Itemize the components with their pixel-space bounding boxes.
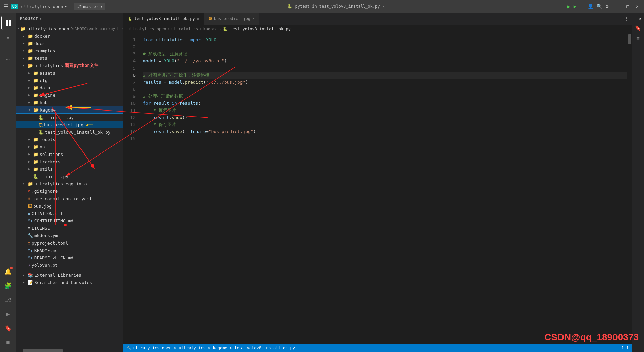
- minimize-button[interactable]: —: [615, 3, 622, 10]
- code-line-4: model = YOLO("../../yolov8n.pt"): [143, 57, 627, 64]
- tree-item-data[interactable]: ▶ 📁 data: [16, 84, 123, 91]
- tree-item-readme-zh[interactable]: ▶ M↓ README.zh-CN.md: [16, 254, 123, 261]
- code-line-1: from ultralytics import YOLO: [143, 36, 627, 43]
- tab-test-yolov8[interactable]: 🐍 test_yolov8_install_ok.py ✕: [123, 13, 204, 25]
- tab-img-icon: 🖼: [209, 17, 212, 20]
- hamburger-icon[interactable]: ☰: [3, 3, 8, 10]
- tree-container[interactable]: ▾ 📁 ultralytics-open D:\MOMO\workspace\p…: [16, 25, 123, 349]
- tree-item-hub[interactable]: ▶ 📁 hub: [16, 99, 123, 106]
- svg-rect-2: [6, 23, 8, 26]
- dropdown-arrow-icon: ▾: [64, 4, 67, 9]
- breadcrumb-ultralytics[interactable]: ultralytics: [171, 27, 198, 31]
- tree-item-docker[interactable]: ▶ 📁 docker: [16, 32, 123, 40]
- tree-item-trackers[interactable]: ▶ 📁 trackers: [16, 158, 123, 165]
- code-line-6: # 对图片进行推理操作，注意路径: [143, 72, 627, 79]
- structure-icon[interactable]: ≡: [1, 335, 15, 349]
- breadcrumb-root[interactable]: ultralytics-open: [127, 27, 166, 31]
- status-line-col[interactable]: 1:1: [621, 346, 629, 350]
- editor-area: 123456789101112131415 from ultralytics i…: [123, 33, 632, 344]
- breadcrumb-file[interactable]: 🐍 test_yolov8_install_ok.py: [223, 27, 291, 31]
- right-bookmark-icon[interactable]: 🔖: [633, 23, 643, 32]
- code-line-2: [143, 43, 627, 50]
- more-actions-icon[interactable]: ⋮: [580, 4, 584, 9]
- tab-bus-label: bus_predict.jpg: [214, 16, 250, 21]
- tree-item-ultralytics[interactable]: ▾ 📂 ultralytics 新建python文件: [16, 62, 123, 69]
- profile-icon[interactable]: 👤: [588, 4, 593, 9]
- code-line-9: # 处理推理后的数据: [143, 93, 627, 100]
- run-debug-icon[interactable]: ▶: [1, 307, 15, 320]
- coverage-button[interactable]: ▶: [574, 4, 576, 9]
- tree-item-gitignore[interactable]: ▶ ⊘ .gitignore: [16, 187, 123, 195]
- code-line-3: # 加载模型，注意路径: [143, 50, 627, 57]
- project-dropdown[interactable]: ultralytics-open ▾: [21, 4, 67, 9]
- notifications-icon[interactable]: 🔔: [1, 265, 15, 278]
- tree-item-yolov8n[interactable]: ▶ ⚡ yolov8n.pt: [16, 261, 123, 269]
- bookmarks-icon[interactable]: 🔖: [1, 321, 15, 335]
- tab-bus-predict[interactable]: 🖼 bus_predict.jpg ✕: [204, 13, 259, 25]
- tree-root[interactable]: ▾ 📁 ultralytics-open D:\MOMO\workspace\p…: [16, 25, 123, 32]
- tree-item-contributing[interactable]: ▶ M↓ CONTRIBUTING.md: [16, 217, 123, 224]
- right-structure-icon[interactable]: ≡: [635, 34, 641, 43]
- breadcrumb-bar: ultralytics-open › ultralytics › kagome …: [123, 25, 632, 33]
- project-name: ultralytics-open: [21, 4, 63, 9]
- root-label: ultralytics-open: [27, 26, 69, 31]
- maximize-button[interactable]: □: [624, 3, 631, 10]
- tree-item-busjpg[interactable]: ▶ 🖼 bus.jpg: [16, 202, 123, 210]
- sidebar-header: Project ▾: [16, 13, 123, 25]
- root-folder-icon: 📁: [20, 26, 26, 31]
- git-icon[interactable]: ⎇: [1, 293, 15, 306]
- activity-bar: ⋯ 🔔 🧩 ⎇ ▶ 🔖 ≡: [0, 13, 16, 352]
- root-path: D:\MOMO\workspace\python\ultra: [71, 27, 123, 31]
- branch-name: master: [83, 4, 99, 9]
- tree-item-docs[interactable]: ▶ 📁 docs: [16, 40, 123, 47]
- tree-item-mkdocs[interactable]: ▶ 🔧 mkdocs.yml: [16, 232, 123, 239]
- tree-item-engine[interactable]: ▶ 📁 engine: [16, 91, 123, 99]
- search-icon[interactable]: 🔍: [597, 4, 602, 9]
- root-arrow-icon: ▾: [17, 27, 19, 30]
- tree-item-examples[interactable]: ▶ 📁 examples: [16, 47, 123, 54]
- svg-rect-3: [9, 23, 11, 26]
- more-tools-icon[interactable]: ⋯: [1, 52, 15, 66]
- tab-bus-close-icon[interactable]: ✕: [252, 17, 254, 20]
- tree-item-models[interactable]: ▶ 📁 models: [16, 136, 123, 143]
- tree-item-nn[interactable]: ▶ 📁 nn: [16, 143, 123, 150]
- right-line-counter: 1 ▲: [633, 15, 643, 22]
- tree-item-egg-info[interactable]: ▶ 📁 ultralytics.egg-info: [16, 180, 123, 187]
- plugins-icon[interactable]: 🧩: [1, 279, 15, 292]
- tree-item-init[interactable]: ▶ 🐍 __init__.py: [16, 114, 123, 121]
- code-line-10: for result in results:: [143, 100, 627, 107]
- tree-item-tests[interactable]: ▶ 📁 tests: [16, 54, 123, 62]
- tree-item-assets[interactable]: ▶ 📁 assets: [16, 69, 123, 77]
- tree-item-precommit[interactable]: ▶ ⚙ .pre-commit-config.yaml: [16, 195, 123, 202]
- close-button[interactable]: ✕: [634, 3, 641, 10]
- commit-icon[interactable]: [1, 31, 15, 44]
- tree-item-solutions[interactable]: ▶ 📁 solutions: [16, 150, 123, 158]
- tree-item-scratches[interactable]: ▶ 📝 Scratches and Consoles: [16, 279, 123, 286]
- tree-item-citation[interactable]: ▶ ≡ CITATION.cff: [16, 210, 123, 217]
- project-icon[interactable]: [1, 16, 15, 30]
- code-line-5: [143, 64, 627, 72]
- tree-item-license[interactable]: ▶ ≡ LICENSE: [16, 224, 123, 232]
- new-python-annotation: 新建python文件: [65, 62, 98, 69]
- tree-item-init2[interactable]: ▶ 🐍 __init__.py: [16, 173, 123, 180]
- settings-icon[interactable]: ⚙: [606, 4, 608, 9]
- title-bar: ☰ UO ultralytics-open ▾ ⎇ master ▾ 🐍 pyt…: [0, 0, 644, 13]
- tab-close-icon[interactable]: ✕: [197, 17, 199, 21]
- tree-item-external-libraries[interactable]: ▶ 📚 External Libraries: [16, 271, 123, 279]
- run-button[interactable]: ▶: [567, 3, 570, 10]
- tree-item-bus-predict[interactable]: ▶ 🖼 bus_predict.jpg ◀━━: [16, 121, 123, 128]
- tree-item-cfg[interactable]: ▶ 📁 cfg: [16, 77, 123, 84]
- status-path[interactable]: 🔧 ultralytics-open > ultralytics > kagom…: [127, 346, 295, 350]
- vcs-branch[interactable]: ⎇ master ▾: [74, 3, 105, 10]
- tree-item-pyproject[interactable]: ▶ ⚙ pyproject.toml: [16, 239, 123, 247]
- tree-item-test-yolov8[interactable]: ▶ 🐍 test_yolov8_install_ok.py: [16, 128, 123, 136]
- code-editor[interactable]: from ultralytics import YOLO # 加载模型，注意路径…: [140, 33, 627, 344]
- tabs-more-icon[interactable]: ⋮: [624, 16, 629, 21]
- tree-item-kagome[interactable]: ▾ 📂 kagome: [16, 106, 123, 114]
- tree-item-readme[interactable]: ▶ M↓ README.md: [16, 247, 123, 254]
- arrow-indicator: ◀━━: [85, 122, 93, 127]
- breadcrumb-kagome[interactable]: kagome: [203, 27, 218, 31]
- tree-item-utils[interactable]: ▶ 📁 utils: [16, 165, 123, 173]
- right-toolbar: 1 ▲ 🔖 ≡: [632, 13, 644, 352]
- code-line-12: result.show(): [143, 114, 627, 121]
